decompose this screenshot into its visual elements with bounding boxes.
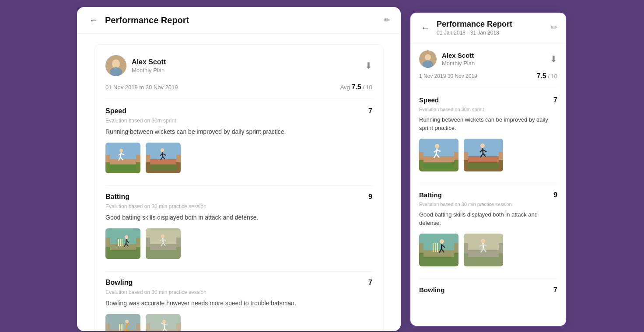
svg-line-37	[163, 238, 163, 243]
left-panel: ← Performance Report ✏	[77, 7, 401, 331]
right-page-subtitle: 01 Jan 2018 - 31 Jan 2018	[437, 30, 512, 36]
svg-point-56	[162, 320, 166, 323]
svg-rect-75	[468, 156, 499, 162]
download-button[interactable]: ⬇	[365, 60, 372, 71]
svg-point-68	[435, 144, 439, 148]
svg-point-63	[425, 54, 431, 60]
right-skill-comment-speed: Running between wickets can be improved …	[419, 115, 557, 133]
right-skill-images-speed	[419, 139, 557, 171]
svg-rect-85	[424, 257, 454, 263]
user-info: Alex Scott Monthly Plan	[105, 55, 166, 76]
svg-line-57	[164, 323, 164, 329]
skill-score-bowling: 7	[368, 279, 372, 287]
right-skill-eval-batting: Evalution based on 30 min practice sessi…	[419, 202, 557, 207]
right-batting-image-1	[419, 234, 458, 266]
bowling-image-1	[105, 314, 140, 331]
svg-rect-67	[424, 162, 454, 168]
batting-image-1	[105, 228, 140, 259]
svg-line-61	[164, 325, 168, 325]
right-skill-eval-speed: Evalution based on 30m sprint	[419, 107, 557, 112]
right-date-avg-row: 1 Nov 2019 30 Nov 2019 7.5 / 10	[419, 72, 557, 87]
svg-point-77	[480, 143, 485, 148]
svg-point-48	[125, 320, 129, 323]
svg-point-16	[161, 148, 164, 152]
skill-eval-bowling: Evalution based on 30 min practice sessi…	[105, 289, 372, 295]
skill-batting: Batting 9 Evalution based on 30 min prac…	[105, 193, 372, 259]
date-range: 01 Nov 2019 to 30 Nov 2019	[105, 84, 178, 91]
svg-point-2	[110, 67, 122, 76]
right-edit-button[interactable]: ✏	[551, 23, 557, 32]
right-speed-image-1	[419, 139, 458, 171]
svg-point-36	[161, 234, 164, 238]
svg-rect-6	[110, 164, 136, 170]
right-user-details: Alex Scott Monthly Plan	[442, 52, 475, 66]
avg-score: Avg 7.5 / 10	[340, 83, 372, 91]
avatar	[105, 55, 126, 76]
skill-name-bowling: Bowling	[105, 279, 133, 287]
skill-bowling: Bowling 7 Evalution based on 30 min prac…	[105, 279, 372, 331]
skill-images-batting	[105, 228, 372, 259]
user-plan: Monthly Plan	[132, 67, 166, 73]
svg-line-29	[126, 239, 126, 243]
svg-line-90	[441, 244, 442, 249]
skill-speed: Speed 7 Evalution based on 30m sprint Ru…	[105, 107, 372, 173]
edit-button[interactable]: ✏	[384, 15, 390, 25]
skill-images-bowling	[105, 314, 372, 331]
skill-score-batting: 9	[368, 193, 372, 201]
right-user-plan: Monthly Plan	[442, 60, 475, 66]
bowling-image-2	[146, 314, 181, 331]
right-divider-1	[419, 184, 557, 184]
left-panel-content: Alex Scott Monthly Plan ⬇ 01 Nov 2019 to…	[77, 34, 401, 331]
speed-image-2	[146, 143, 181, 173]
back-button[interactable]: ←	[88, 15, 100, 25]
skill-comment-bowling: Bowling was accurate however needs more …	[105, 299, 372, 308]
svg-rect-35	[150, 250, 176, 256]
skill-eval-batting: Evalution based on 30 min practice sessi…	[105, 203, 372, 210]
right-user-row: Alex Scott Monthly Plan ⬇	[419, 50, 557, 68]
right-back-button[interactable]: ←	[419, 22, 431, 33]
right-batting-image-2	[464, 234, 503, 266]
right-skill-images-batting	[419, 234, 557, 266]
right-skill-comment-batting: Good batting skills displayed both in at…	[419, 210, 557, 227]
right-user-info: Alex Scott Monthly Plan	[419, 50, 475, 68]
skill-name-batting: Batting	[105, 193, 130, 201]
right-page-title: Performance Report	[437, 20, 512, 29]
svg-rect-76	[468, 162, 499, 168]
batting-image-2	[146, 228, 181, 259]
right-skill-bowling: Bowling 7	[419, 286, 557, 294]
right-panel: ← Performance Report 01 Jan 2018 - 31 Ja…	[410, 12, 567, 327]
right-skill-score-bowling: 7	[553, 286, 557, 294]
speed-image-1	[105, 143, 140, 173]
right-date-range: 1 Nov 2019 30 Nov 2019	[419, 73, 477, 79]
svg-rect-96	[468, 257, 499, 263]
report-card: Alex Scott Monthly Plan ⬇ 01 Nov 2019 to…	[94, 44, 383, 331]
svg-point-97	[481, 239, 485, 243]
svg-rect-84	[424, 250, 454, 257]
right-speed-image-2	[464, 139, 503, 171]
skill-images-speed	[105, 143, 372, 173]
right-avg-score: 7.5 / 10	[536, 72, 557, 80]
user-name: Alex Scott	[132, 58, 166, 66]
right-panel-content: Alex Scott Monthly Plan ⬇ 1 Nov 2019 30 …	[410, 43, 566, 313]
svg-line-78	[483, 148, 483, 154]
right-skill-score-batting: 9	[553, 191, 557, 199]
svg-rect-95	[468, 250, 499, 257]
header-left: ← Performance Report	[88, 15, 189, 25]
page-title: Performance Report	[105, 15, 189, 25]
right-skill-name-bowling: Bowling	[419, 286, 444, 294]
user-row: Alex Scott Monthly Plan ⬇	[105, 55, 372, 76]
svg-point-28	[125, 235, 128, 239]
svg-point-3	[112, 59, 119, 66]
right-title-block: Performance Report 01 Jan 2018 - 31 Jan …	[437, 20, 512, 36]
skill-name-speed: Speed	[105, 107, 126, 115]
user-details: Alex Scott Monthly Plan	[132, 58, 166, 73]
right-download-button[interactable]: ⬇	[550, 54, 557, 64]
svg-line-98	[483, 243, 483, 248]
left-panel-header: ← Performance Report ✏	[77, 7, 401, 34]
svg-rect-23	[110, 244, 136, 250]
right-avatar	[419, 50, 437, 68]
svg-point-7	[119, 149, 123, 152]
skill-score-speed: 7	[368, 107, 372, 115]
skill-eval-speed: Evalution based on 30m sprint	[105, 118, 372, 124]
right-skill-score-speed: 7	[553, 96, 557, 104]
